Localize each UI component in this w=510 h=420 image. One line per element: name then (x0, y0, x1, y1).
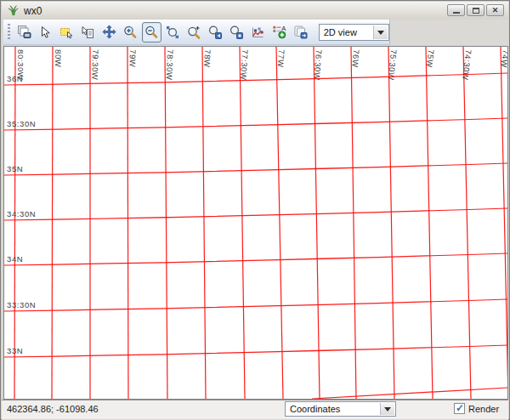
toolbar-grip[interactable] (8, 24, 10, 41)
window-title: wx0 (24, 5, 42, 17)
svg-text:74:30W: 74:30W (461, 49, 473, 81)
statusbar-mode-value: Coordinates (290, 404, 340, 414)
render-toggle[interactable]: Render (454, 403, 499, 414)
svg-text:33:30N: 33:30N (7, 300, 36, 309)
add-overlay-icon: A (272, 25, 286, 39)
view-mode-select[interactable]: 2D view (319, 24, 389, 41)
minimize-button[interactable] (447, 4, 465, 16)
pointer-icon (38, 26, 52, 39)
svg-text:34:30N: 34:30N (7, 209, 36, 219)
zoom-region-icon (187, 26, 201, 39)
zoom-back-icon (208, 26, 222, 39)
app-window: wx0 ✕ (0, 0, 510, 420)
svg-text:78W: 78W (202, 49, 212, 68)
tool-zoom-extent[interactable] (163, 22, 183, 43)
tool-select[interactable] (57, 22, 76, 43)
tool-zoom-back[interactable] (206, 22, 225, 43)
svg-text:35:30N: 35:30N (7, 119, 36, 128)
svg-text:33N: 33N (7, 346, 23, 355)
svg-text:77W: 77W (276, 49, 286, 68)
pan-icon (102, 25, 116, 39)
close-button[interactable]: ✕ (486, 4, 504, 16)
tool-add-overlay[interactable]: A (269, 22, 289, 43)
query-icon (81, 26, 94, 39)
minimize-icon (453, 12, 460, 14)
analyze-chart-icon (251, 26, 264, 39)
tool-save-display[interactable] (291, 22, 310, 43)
tool-pan[interactable] (99, 22, 119, 43)
tool-display-map[interactable] (14, 22, 34, 43)
statusbar-mode-select[interactable]: Coordinates (285, 401, 396, 417)
tool-pointer[interactable] (36, 22, 55, 43)
zoom-extent-icon (166, 26, 179, 39)
svg-text:75W: 75W (425, 49, 436, 68)
svg-text:80W: 80W (54, 49, 63, 67)
render-checkbox[interactable] (454, 403, 465, 414)
tool-zoom-in[interactable] (121, 22, 140, 43)
chevron-down-icon[interactable] (380, 403, 394, 415)
zoom-in-icon (123, 26, 137, 39)
close-icon: ✕ (492, 7, 499, 14)
statusbar: 462364.86; -61098.46 Coordinates Render (2, 400, 508, 418)
coordinate-readout: 462364.86; -61098.46 (7, 404, 99, 414)
svg-text:36N: 36N (7, 74, 23, 83)
grass-gis-icon (7, 4, 20, 17)
maximize-button[interactable] (467, 4, 484, 16)
svg-text:79W: 79W (128, 49, 138, 68)
map-toolbar: A 2D view (3, 20, 390, 45)
tool-zoom-menu[interactable] (227, 22, 246, 43)
select-region-icon (60, 26, 73, 39)
svg-text:77:30W: 77:30W (239, 49, 250, 81)
maximize-icon (473, 8, 479, 14)
svg-text:76W: 76W (350, 49, 361, 68)
zoom-menu-icon (230, 26, 243, 39)
save-display-icon (293, 25, 308, 39)
tool-query[interactable] (78, 22, 98, 43)
svg-text:78:30W: 78:30W (165, 49, 175, 81)
view-mode-value: 2D view (324, 27, 357, 37)
svg-text:35N: 35N (7, 164, 23, 173)
svg-text:34N: 34N (7, 254, 23, 264)
toolbar-strip: A 2D view (2, 20, 508, 46)
titlebar[interactable]: wx0 ✕ (2, 2, 508, 20)
tool-analyze[interactable] (248, 22, 268, 43)
map-canvas[interactable]: 80:30W80W79:30W79W78:30W78W77:30W77W76:3… (3, 46, 508, 400)
svg-text:79:30W: 79:30W (90, 49, 100, 81)
chevron-down-icon[interactable] (373, 26, 388, 39)
tool-zoom-out[interactable] (142, 22, 162, 43)
display-map-icon (17, 25, 31, 39)
zoom-out-icon (144, 26, 158, 39)
render-checkbox-label: Render (468, 404, 499, 414)
graticule-grid: 80:30W80W79:30W79W78:30W78W77:30W77W76:3… (4, 47, 507, 399)
tool-zoom-region[interactable] (184, 22, 204, 43)
